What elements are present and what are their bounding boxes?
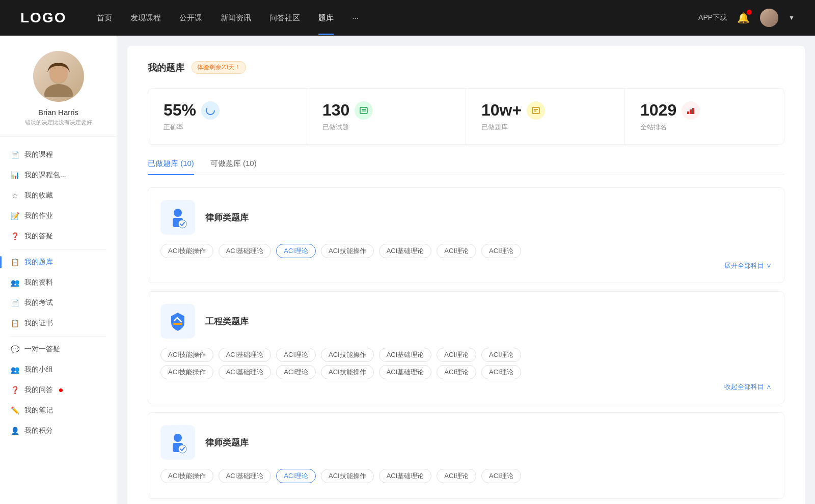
page-layout: Brian Harris 错误的决定比没有决定要好 📄 我的课程 📊 我的课程包… (0, 36, 815, 504)
tag-eng-13[interactable]: ACI理论 (481, 365, 521, 379)
user-avatar[interactable] (760, 9, 778, 27)
tab-available-banks[interactable]: 可做题库 (10) (210, 159, 257, 175)
tag-eng-9[interactable]: ACI理论 (276, 365, 316, 379)
sidebar-item-groups[interactable]: 👥 我的小组 (0, 359, 117, 380)
sidebar-item-profile[interactable]: 👥 我的资料 (0, 272, 117, 293)
tag-eng-1[interactable]: ACI基础理论 (219, 348, 271, 362)
one-on-one-icon: 💬 (10, 345, 19, 353)
sidebar-menu: 📄 我的课程 📊 我的课程包... ☆ 我的收藏 📝 我的作业 ❓ 我的答疑 � (0, 142, 117, 443)
tag-lawyer2-4[interactable]: ACI基础理论 (379, 469, 432, 483)
tag-eng-12[interactable]: ACI理论 (437, 365, 476, 379)
avatar-chevron-icon[interactable]: ▼ (789, 14, 795, 21)
sidebar-item-my-qa[interactable]: ❓ 我的答疑 (0, 226, 117, 246)
nav-links: 首页 发现课程 公开课 新闻资讯 问答社区 题库 ··· (97, 13, 698, 23)
nav-link-qa[interactable]: 问答社区 (269, 13, 300, 23)
tag-eng-10[interactable]: ACI技能操作 (321, 365, 374, 379)
svg-rect-9 (687, 111, 689, 114)
app-download-link[interactable]: APP下载 (698, 13, 727, 22)
expand-btn-lawyer1[interactable]: 展开全部科目 ∨ (160, 261, 772, 270)
tag-lawyer1-5[interactable]: ACI理论 (437, 244, 476, 258)
svg-rect-3 (360, 107, 367, 114)
nav-link-discover[interactable]: 发现课程 (130, 13, 161, 23)
tag-lawyer1-2[interactable]: ACI理论 (276, 244, 316, 258)
nav-link-news[interactable]: 新闻资讯 (221, 13, 251, 23)
bank-card-header-lawyer1: 律师类题库 (160, 200, 772, 235)
tag-lawyer2-3[interactable]: ACI技能操作 (321, 469, 374, 483)
stat-icon-done (355, 101, 373, 120)
bank-name-lawyer1: 律师类题库 (205, 212, 249, 223)
tag-lawyer2-0[interactable]: ACI技能操作 (160, 469, 213, 483)
tag-lawyer1-3[interactable]: ACI技能操作 (321, 244, 374, 258)
sidebar-item-one-on-one[interactable]: 💬 一对一答疑 (0, 339, 117, 359)
stat-rank: 1029 全站排名 (625, 89, 784, 144)
nav-link-questionbank[interactable]: 题库 (318, 13, 334, 23)
stat-value-correct: 55% (164, 101, 196, 120)
tag-eng-5[interactable]: ACI理论 (437, 348, 476, 362)
collapse-btn-engineer[interactable]: 收起全部科目 ∧ (160, 382, 772, 391)
sidebar-item-courses[interactable]: 📄 我的课程 (0, 145, 117, 165)
stat-top-4: 1029 (640, 101, 769, 120)
bank-name-engineer: 工程类题库 (205, 316, 249, 327)
sidebar-item-course-packages[interactable]: 📊 我的课程包... (0, 165, 117, 185)
tag-eng-4[interactable]: ACI基础理论 (379, 348, 432, 362)
main-content: 我的题库 体验剩余23天！ 55% 正确率 130 (127, 46, 805, 504)
stat-top-1: 55% (164, 101, 291, 120)
nav-logo[interactable]: LOGO (20, 10, 66, 26)
nav-link-home[interactable]: 首页 (97, 13, 112, 23)
page-header: 我的题库 体验剩余23天！ (148, 61, 784, 74)
tag-lawyer1-1[interactable]: ACI基础理论 (219, 244, 271, 258)
bank-card-lawyer1: 律师类题库 ACI技能操作 ACI基础理论 ACI理论 ACI技能操作 ACI基… (148, 187, 784, 283)
stat-icon-correct (201, 101, 220, 120)
sidebar-label-profile: 我的资料 (24, 278, 53, 287)
nav-right: APP下载 🔔 ▼ (698, 9, 795, 27)
stat-value-banks: 10w+ (481, 101, 522, 120)
tag-lawyer1-4[interactable]: ACI基础理论 (379, 244, 432, 258)
nav-link-more[interactable]: ··· (352, 13, 359, 23)
sidebar-label-qa: 我的答疑 (24, 232, 53, 241)
stat-label-correct: 正确率 (164, 123, 291, 132)
sidebar-profile: Brian Harris 错误的决定比没有决定要好 (0, 51, 117, 137)
nav-link-open[interactable]: 公开课 (179, 13, 202, 23)
sidebar-item-favorites[interactable]: ☆ 我的收藏 (0, 185, 117, 206)
tab-done-banks[interactable]: 已做题库 (10) (148, 159, 194, 175)
sidebar-item-homework[interactable]: 📝 我的作业 (0, 206, 117, 226)
svg-point-14 (178, 220, 186, 228)
tag-eng-7[interactable]: ACI技能操作 (160, 365, 213, 379)
sidebar-divider-2 (10, 336, 106, 337)
sidebar-item-points[interactable]: 👤 我的积分 (0, 421, 117, 441)
sidebar: Brian Harris 错误的决定比没有决定要好 📄 我的课程 📊 我的课程包… (0, 36, 117, 504)
tags-row-lawyer2: ACI技能操作 ACI基础理论 ACI理论 ACI技能操作 ACI基础理论 AC… (160, 469, 772, 483)
sidebar-label-certificates: 我的证书 (24, 319, 53, 328)
tag-eng-11[interactable]: ACI基础理论 (379, 365, 432, 379)
sidebar-label-favorites: 我的收藏 (24, 191, 53, 200)
exams-icon: 📄 (10, 299, 19, 307)
tag-lawyer1-0[interactable]: ACI技能操作 (160, 244, 213, 258)
tag-eng-8[interactable]: ACI基础理论 (219, 365, 271, 379)
stats-row: 55% 正确率 130 已做试题 10w+ (148, 88, 784, 145)
stat-label-banks: 已做题库 (481, 123, 609, 132)
tag-eng-6[interactable]: ACI理论 (481, 348, 521, 362)
profile-name: Brian Harris (38, 108, 78, 117)
notification-bell[interactable]: 🔔 (737, 12, 750, 24)
tag-lawyer2-1[interactable]: ACI基础理论 (219, 469, 271, 483)
sidebar-label-question-bank: 我的题库 (24, 258, 53, 267)
sidebar-item-notes[interactable]: ✏️ 我的笔记 (0, 400, 117, 421)
tag-lawyer1-6[interactable]: ACI理论 (481, 244, 521, 258)
svg-point-12 (174, 209, 182, 217)
tag-eng-2[interactable]: ACI理论 (276, 348, 316, 362)
stat-label-done: 已做试题 (322, 123, 450, 132)
sidebar-item-exams[interactable]: 📄 我的考试 (0, 293, 117, 313)
svg-point-16 (174, 434, 182, 442)
sidebar-item-certificates[interactable]: 📋 我的证书 (0, 313, 117, 333)
svg-rect-10 (690, 109, 692, 114)
tag-eng-0[interactable]: ACI技能操作 (160, 348, 213, 362)
bank-icon-lawyer1 (160, 200, 195, 235)
tag-lawyer2-6[interactable]: ACI理论 (481, 469, 521, 483)
navbar: LOGO 首页 发现课程 公开课 新闻资讯 问答社区 题库 ··· APP下载 … (0, 0, 815, 36)
sidebar-item-question-bank[interactable]: 📋 我的题库 (0, 252, 117, 272)
tag-eng-3[interactable]: ACI技能操作 (321, 348, 374, 362)
sidebar-item-my-questions[interactable]: ❓ 我的问答 (0, 380, 117, 400)
my-questions-icon: ❓ (10, 386, 19, 394)
tag-lawyer2-2[interactable]: ACI理论 (276, 469, 316, 483)
tag-lawyer2-5[interactable]: ACI理论 (437, 469, 476, 483)
